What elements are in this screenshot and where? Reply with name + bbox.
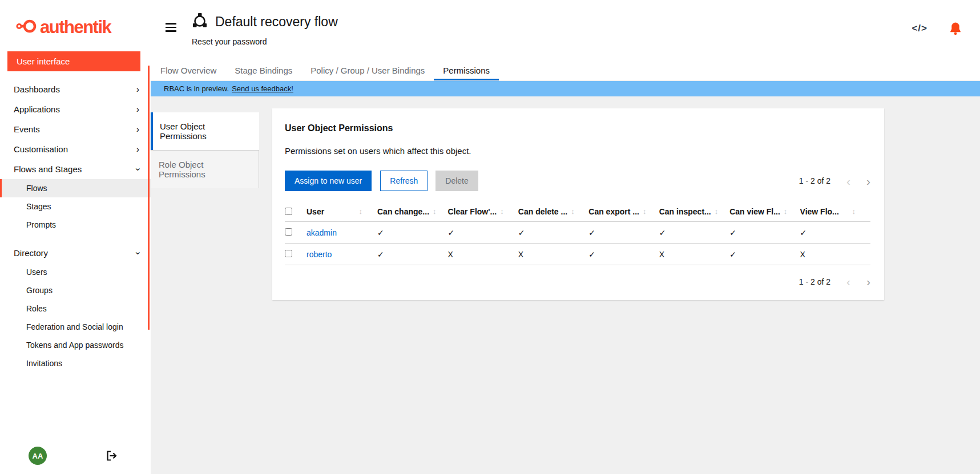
permission-value: ✓: [377, 250, 447, 259]
sidebar-item-users[interactable]: Users: [0, 263, 151, 281]
logout-icon[interactable]: [106, 451, 118, 461]
delete-button[interactable]: Delete: [435, 171, 478, 191]
sort-icon[interactable]: ↕: [356, 207, 363, 216]
pagination-next-icon[interactable]: ›: [866, 175, 870, 187]
flow-icon: [192, 13, 208, 31]
avatar[interactable]: AA: [29, 447, 47, 465]
page-header: Default recovery flow Reset your passwor…: [151, 0, 980, 60]
column-header: Clear Flow'...: [447, 207, 497, 216]
sidebar-item-label: Dashboards: [14, 84, 60, 94]
column-header: Can view Fl...: [729, 207, 780, 216]
assign-to-new-user-button[interactable]: Assign to new user: [285, 171, 372, 191]
sidebar-item-directory[interactable]: Directory ›: [0, 243, 151, 263]
column-header: User: [306, 207, 324, 216]
sort-icon[interactable]: ↕: [429, 207, 437, 216]
sidebar-item-dashboards[interactable]: Dashboards ›: [0, 79, 151, 99]
sort-icon[interactable]: ↕: [711, 207, 719, 216]
feedback-link[interactable]: Send us feedback!: [232, 84, 293, 93]
select-all-checkbox[interactable]: [285, 208, 292, 215]
flow-tabs: Flow Overview Stage Bindings Policy / Gr…: [151, 60, 980, 81]
notifications-bell-icon[interactable]: [949, 22, 962, 35]
permissions-side-tabs: User Object Permissions Role Object Perm…: [151, 112, 259, 188]
api-browser-icon[interactable]: </>: [912, 23, 927, 34]
sidebar-item-customisation[interactable]: Customisation ›: [0, 139, 151, 159]
sidebar-item-applications[interactable]: Applications ›: [0, 99, 151, 119]
tab-policy-group-user-bindings[interactable]: Policy / Group / User Bindings: [301, 60, 434, 80]
pagination-top: 1 - 2 of 2 ‹ ›: [799, 175, 870, 187]
permission-value: X: [800, 250, 870, 259]
chevron-right-icon: ›: [136, 145, 139, 154]
sidebar-item-stages[interactable]: Stages: [0, 197, 151, 216]
table-header-row: User↕ Can change...↕ Clear Flow'...↕ Can…: [285, 201, 870, 222]
sidebar-item-label: Directory: [14, 248, 48, 258]
sort-icon[interactable]: ↕: [849, 207, 856, 216]
refresh-button[interactable]: Refresh: [380, 171, 428, 191]
page-subtitle: Reset your password: [192, 37, 338, 46]
authentik-logo-text: authentik: [40, 17, 111, 38]
pagination-next-icon[interactable]: ›: [866, 276, 870, 287]
column-header: Can export ...: [588, 207, 639, 216]
chevron-down-icon: ›: [133, 168, 142, 171]
sidebar-item-events[interactable]: Events ›: [0, 119, 151, 139]
chevron-right-icon: ›: [136, 125, 139, 134]
sidebar-item-flows[interactable]: Flows: [0, 179, 151, 197]
user-link-roberto[interactable]: roberto: [306, 250, 377, 259]
sidebar-item-federation[interactable]: Federation and Social login: [0, 318, 151, 336]
row-checkbox[interactable]: [285, 250, 292, 257]
side-tab-role-object-permissions[interactable]: Role Object Permissions: [151, 150, 259, 188]
sidebar-accent-line: [148, 66, 150, 330]
sort-icon[interactable]: ↕: [497, 207, 504, 216]
chevron-right-icon: ›: [136, 105, 139, 114]
authentik-logo-icon: [16, 18, 37, 37]
pagination-label: 1 - 2 of 2: [799, 176, 830, 185]
sidebar-item-roles[interactable]: Roles: [0, 299, 151, 318]
sidebar-item-prompts[interactable]: Prompts: [0, 216, 151, 234]
permission-value: ✓: [800, 228, 870, 237]
permission-value: X: [659, 250, 729, 259]
tab-stage-bindings[interactable]: Stage Bindings: [225, 60, 301, 80]
pagination-label: 1 - 2 of 2: [799, 277, 830, 286]
pagination-prev-icon[interactable]: ‹: [846, 175, 850, 187]
sort-icon[interactable]: ↕: [639, 207, 647, 216]
user-interface-button[interactable]: User interface: [7, 51, 140, 71]
permission-value: ✓: [377, 228, 447, 237]
sidebar-item-flows-and-stages[interactable]: Flows and Stages ›: [0, 159, 151, 179]
authentik-logo: authentik: [0, 0, 151, 38]
sidebar-item-tokens[interactable]: Tokens and App passwords: [0, 336, 151, 354]
title-block: Default recovery flow Reset your passwor…: [192, 13, 338, 60]
user-object-permissions-card: User Object Permissions Permissions set …: [272, 108, 884, 300]
sidebar-nav: Dashboards › Applications › Events › Cus…: [0, 79, 151, 372]
main-area: Default recovery flow Reset your passwor…: [151, 0, 980, 474]
pagination-bottom: 1 - 2 of 2 ‹ ›: [799, 276, 870, 287]
sort-icon[interactable]: ↕: [780, 207, 788, 216]
tab-permissions[interactable]: Permissions: [434, 60, 499, 80]
chevron-down-icon: ›: [133, 252, 142, 254]
permission-value: ✓: [729, 250, 800, 259]
content-area: User Object Permissions Role Object Perm…: [151, 96, 980, 474]
user-link-akadmin[interactable]: akadmin: [306, 228, 377, 237]
sidebar: authentik User interface Dashboards › Ap…: [0, 0, 151, 474]
permission-value: ✓: [447, 228, 518, 237]
sidebar-user-row: AA: [0, 447, 151, 465]
sidebar-item-label: Flows and Stages: [14, 164, 82, 174]
column-header: Can inspect...: [659, 207, 711, 216]
permission-value: ✓: [518, 228, 588, 237]
sort-icon[interactable]: ↕: [567, 207, 575, 216]
tab-flow-overview[interactable]: Flow Overview: [151, 60, 225, 80]
sidebar-item-groups[interactable]: Groups: [0, 281, 151, 299]
card-description: Permissions set on users which affect th…: [285, 146, 870, 156]
table-row: akadmin ✓ ✓ ✓ ✓ ✓ ✓ ✓: [285, 222, 870, 244]
pagination-prev-icon[interactable]: ‹: [846, 276, 850, 287]
column-header: View Flo...: [800, 207, 839, 216]
permission-value: ✓: [659, 228, 729, 237]
column-header: Can change...: [377, 207, 429, 216]
table-row: roberto ✓ X X ✓ X ✓ X: [285, 244, 870, 265]
nav-section-gap: [0, 234, 151, 243]
row-checkbox[interactable]: [285, 228, 292, 236]
permission-value: ✓: [588, 250, 659, 259]
sidebar-item-label: Customisation: [14, 144, 68, 154]
hamburger-menu-icon[interactable]: [166, 23, 176, 60]
column-header: Can delete ...: [518, 207, 567, 216]
side-tab-user-object-permissions[interactable]: User Object Permissions: [151, 112, 259, 150]
sidebar-item-invitations[interactable]: Invitations: [0, 354, 151, 372]
